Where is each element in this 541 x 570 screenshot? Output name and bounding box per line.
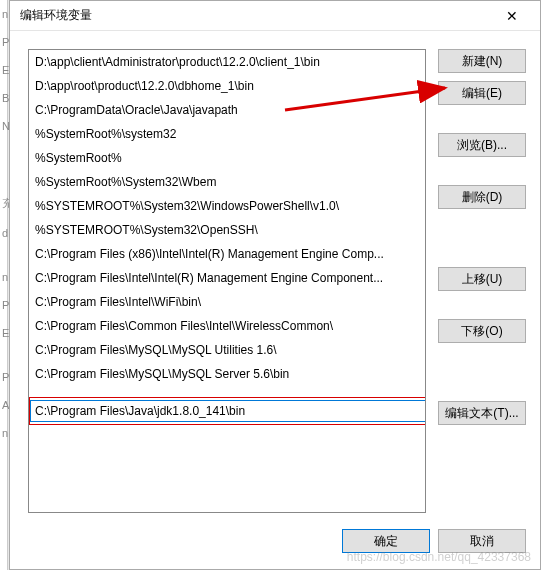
path-list-item[interactable]: C:\Program Files\MySQL\MySQL Server 5.6\… [29, 362, 425, 386]
background-window-fragment: nP:EBN充dnP:EP:An [0, 0, 8, 570]
dialog-footer: 确定 取消 [10, 523, 540, 569]
edit-env-var-dialog: 编辑环境变量 ✕ D:\app\client\Administrator\pro… [9, 0, 541, 570]
path-list-item[interactable]: C:\Program Files\Intel\WiFi\bin\ [29, 290, 425, 314]
edit-text-button[interactable]: 编辑文本(T)... [438, 401, 526, 425]
new-button[interactable]: 新建(N) [438, 49, 526, 73]
ok-button[interactable]: 确定 [342, 529, 430, 553]
cancel-button[interactable]: 取消 [438, 529, 526, 553]
path-list-item[interactable]: C:\Program Files\Common Files\Intel\Wire… [29, 314, 425, 338]
move-up-button[interactable]: 上移(U) [438, 267, 526, 291]
path-list-item[interactable]: C:\ProgramData\Oracle\Java\javapath [29, 98, 425, 122]
close-icon: ✕ [506, 8, 518, 24]
dialog-content: D:\app\client\Administrator\product\12.2… [10, 31, 540, 523]
path-list-item[interactable]: D:\app\client\Administrator\product\12.2… [29, 50, 425, 74]
path-list-item[interactable]: C:\Program Files\Intel\Intel(R) Manageme… [29, 266, 425, 290]
path-list-item[interactable]: %SYSTEMROOT%\System32\OpenSSH\ [29, 218, 425, 242]
edit-button[interactable]: 编辑(E) [438, 81, 526, 105]
close-button[interactable]: ✕ [492, 2, 532, 30]
path-list-item[interactable]: %SystemRoot%\System32\Wbem [29, 170, 425, 194]
move-down-button[interactable]: 下移(O) [438, 319, 526, 343]
path-listbox[interactable]: D:\app\client\Administrator\product\12.2… [28, 49, 426, 513]
dialog-title: 编辑环境变量 [20, 7, 492, 24]
path-list-item[interactable]: %SystemRoot% [29, 146, 425, 170]
path-list-item[interactable]: C:\Program Files (x86)\Intel\Intel(R) Ma… [29, 242, 425, 266]
path-list-item[interactable]: D:\app\root\product\12.2.0\dbhome_1\bin [29, 74, 425, 98]
titlebar: 编辑环境变量 ✕ [10, 1, 540, 31]
browse-button[interactable]: 浏览(B)... [438, 133, 526, 157]
path-list-item[interactable]: %SYSTEMROOT%\System32\WindowsPowerShell\… [29, 194, 425, 218]
path-list-item[interactable]: %SystemRoot%\system32 [29, 122, 425, 146]
delete-button[interactable]: 删除(D) [438, 185, 526, 209]
path-list-item[interactable]: C:\Program Files\MySQL\MySQL Utilities 1… [29, 338, 425, 362]
button-sidebar: 新建(N) 编辑(E) 浏览(B)... 删除(D) 上移(U) 下移(O) 编… [438, 49, 526, 513]
path-edit-input[interactable] [30, 400, 426, 422]
